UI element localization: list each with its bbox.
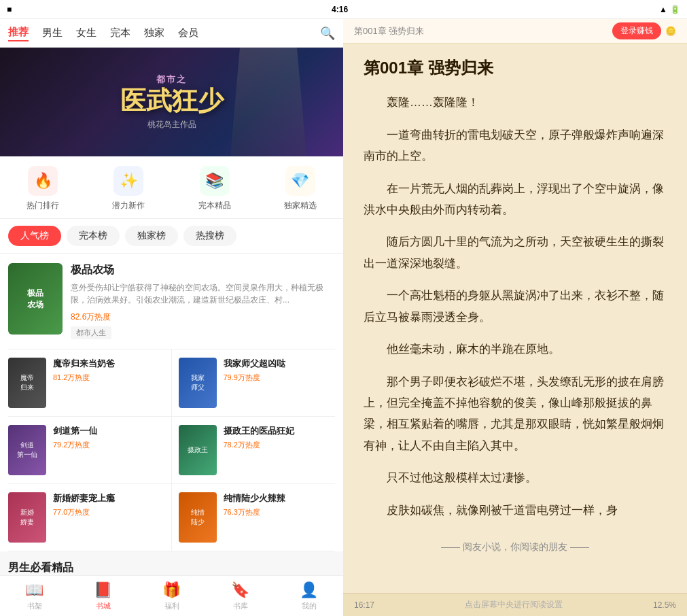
nav-tab-male[interactable]: 男生	[42, 25, 63, 41]
paragraph-4: 一个高壮魁梧的身躯从黑旋涡冲了出来，衣衫不整，随后立马被暴雨浸透全身。	[364, 285, 667, 328]
bottom-nav-mine-label: 我的	[302, 601, 317, 611]
small-book-title-2: 我家师父超凶哒	[224, 358, 336, 370]
chapter-divider: —— 阅友小说，你阅读的朋友 ——	[364, 534, 667, 560]
small-book-info-2: 我家师父超凶哒 79.9万热度	[224, 358, 336, 408]
quick-icon-hot[interactable]: 🔥 热门排行	[0, 166, 86, 211]
quick-icon-exclusive-label: 独家精选	[284, 200, 317, 211]
main-content: 推荐 男生 女生 完本 独家 会员 🔍 都市之 医武狂少 桃花岛主作品	[0, 19, 687, 616]
paragraph-6: 那个男子即便衣衫破烂不堪，头发缭乱无形的披在肩膀上，但完全掩盖不掉他容貌的俊美，…	[364, 371, 667, 457]
small-book-heat-1: 81.2万热度	[53, 373, 164, 383]
bottom-nav: 📖 书架 📕 书城 🎁 福利 🔖 书库 👤 我的	[0, 575, 343, 616]
reader-chapter-ref: 第001章 强势归来	[354, 25, 424, 37]
section-header-male: 男生必看精品	[0, 551, 343, 575]
small-book-2[interactable]: 我家师父 我家师父超凶哒 79.9万热度	[172, 349, 336, 417]
banner-author: 桃花岛主作品	[120, 119, 224, 131]
small-book-heat-5: 77.0万热度	[53, 507, 164, 517]
bookshelf-icon: 📖	[25, 581, 43, 599]
battery-icon: 🔋	[670, 5, 680, 14]
small-book-heat-2: 79.9万热度	[224, 373, 336, 383]
bookstore-icon: 📕	[94, 581, 112, 599]
paragraph-3: 随后方圆几十里的气流为之所动，天空被硬生生的撕裂出一道深深地裂缝。	[364, 231, 667, 274]
small-book-info-3: 剑道第一仙 79.2万热度	[53, 425, 164, 475]
nav-tab-female[interactable]: 女生	[76, 25, 96, 41]
wifi-icon: ▲	[659, 5, 667, 14]
rank-tab-popular[interactable]: 人气榜	[8, 226, 61, 246]
featured-book-heat: 82.6万热度	[71, 311, 335, 323]
reader-footer: 16:17 点击屏幕中央进行阅读设置 12.5%	[343, 593, 687, 616]
small-book-cover-6: 纯情陆少	[179, 492, 217, 543]
featured-book-title: 极品农场	[71, 263, 335, 277]
quick-icon-new[interactable]: ✨ 潜力新作	[86, 166, 171, 211]
quick-icon-complete[interactable]: 📚 完本精品	[172, 166, 258, 211]
small-book-info-6: 纯情陆少火辣辣 76.3万热度	[224, 492, 336, 543]
featured-book-cover: 极品农场	[8, 263, 63, 335]
paragraph-7: 只不过他这般模样太过凄惨。	[364, 467, 667, 488]
small-book-5[interactable]: 新婚娇妻 新婚娇妻宠上瘾 77.0万热度	[8, 484, 172, 551]
status-time: 4:16	[332, 5, 348, 14]
left-panel-bookstore: 推荐 男生 女生 完本 独家 会员 🔍 都市之 医武狂少 桃花岛主作品	[0, 19, 343, 616]
bottom-nav-library[interactable]: 🔖 书库	[206, 576, 275, 616]
small-book-info-1: 魔帝归来当奶爸 81.2万热度	[53, 358, 164, 408]
quick-icon-new-label: 潜力新作	[112, 200, 145, 211]
signal-icon: ■	[7, 5, 20, 14]
reader-footer-hint: 点击屏幕中央进行阅读设置	[465, 599, 563, 611]
welfare-icon: 🎁	[162, 581, 181, 599]
bottom-nav-welfare[interactable]: 🎁 福利	[137, 576, 206, 616]
small-book-3[interactable]: 剑道第一仙 剑道第一仙 79.2万热度	[8, 417, 172, 484]
small-book-4[interactable]: 摄政王 摄政王的医品狂妃 78.2万热度	[172, 417, 336, 484]
hot-icon: 🔥	[28, 166, 58, 196]
status-bar: ■ 4:16 ▲ 🔋	[0, 0, 687, 19]
small-book-1[interactable]: 魔帝归来 魔帝归来当奶爸 81.2万热度	[8, 349, 172, 417]
reader-header: 第001章 强势归来 登录赚钱 🪙	[343, 19, 687, 44]
small-book-heat-3: 79.2万热度	[53, 440, 164, 450]
bottom-nav-bookstore-label: 书城	[96, 601, 111, 611]
small-book-title-1: 魔帝归来当奶爸	[53, 358, 164, 370]
reader-header-right: 登录赚钱 🪙	[612, 22, 676, 39]
featured-book-info: 极品农场 意外受伤却让宁皓获得了神秘的空间农场。空间灵泉作用大，种植无极限，治病…	[71, 263, 335, 339]
small-book-title-4: 摄政王的医品狂妃	[224, 425, 336, 437]
featured-book-section: 极品农场 极品农场 意外受伤却让宁皓获得了神秘的空间农场。空间灵泉作用大，种植无…	[0, 254, 343, 551]
nav-tab-recommend[interactable]: 推荐	[8, 24, 29, 41]
chapter-title: 第001章 强势归来	[364, 57, 667, 78]
new-icon: ✨	[113, 166, 143, 196]
banner-subtitle-top: 都市之	[120, 73, 224, 86]
bottom-nav-mine[interactable]: 👤 我的	[275, 576, 343, 616]
main-banner[interactable]: 都市之 医武狂少 桃花岛主作品	[0, 48, 343, 156]
small-book-title-3: 剑道第一仙	[53, 425, 164, 437]
rank-tab-complete[interactable]: 完本榜	[67, 226, 120, 246]
bottom-nav-bookshelf-label: 书架	[27, 601, 42, 611]
complete-icon: 📚	[200, 166, 230, 196]
featured-book[interactable]: 极品农场 极品农场 意外受伤却让宁皓获得了神秘的空间农场。空间灵泉作用大，种植无…	[8, 254, 335, 349]
quick-icon-exclusive[interactable]: 💎 独家精选	[258, 166, 343, 211]
nav-tab-complete[interactable]: 完本	[110, 25, 130, 41]
exclusive-icon: 💎	[285, 166, 315, 196]
status-right: ▲ 🔋	[659, 5, 680, 14]
nav-tabs: 推荐 男生 女生 完本 独家 会员 🔍	[0, 19, 343, 48]
small-book-title-5: 新婚娇妻宠上瘾	[53, 492, 164, 504]
small-book-cover-2: 我家师父	[179, 358, 217, 408]
paragraph-8: 皮肤如碳焦，就像刚被千道雷电劈过一样，身	[364, 500, 667, 521]
bottom-nav-welfare-label: 福利	[164, 601, 179, 611]
paragraph-5: 他丝毫未动，麻木的半跪在原地。	[364, 339, 667, 360]
small-book-heat-4: 78.2万热度	[224, 440, 336, 450]
paragraph-0: 轰隆……轰隆隆！	[364, 92, 667, 113]
reader-content[interactable]: 第001章 强势归来 轰隆……轰隆隆！ 一道弯曲转折的雷电划破天空，原子弹般爆炸…	[343, 44, 687, 593]
library-icon: 🔖	[231, 581, 249, 599]
ranking-tabs: 人气榜 完本榜 独家榜 热搜榜	[0, 219, 343, 254]
coin-icon: 🪙	[665, 26, 676, 36]
small-book-cover-1: 魔帝归来	[8, 358, 46, 408]
featured-book-tag: 都市人生	[71, 326, 111, 339]
nav-tab-exclusive[interactable]: 独家	[144, 25, 164, 41]
nav-tab-vip[interactable]: 会员	[178, 25, 198, 41]
paragraph-2: 在一片荒无人烟的乱葬岗上，浮现出了个空中旋涡，像洪水中央般由外而内转动着。	[364, 178, 667, 221]
search-icon[interactable]: 🔍	[320, 26, 335, 41]
left-scroll-area: 都市之 医武狂少 桃花岛主作品 🔥 热门排行 ✨ 潜力新作 📚 完本精品	[0, 48, 343, 575]
bottom-nav-bookstore[interactable]: 📕 书城	[69, 576, 137, 616]
rank-tab-hotsearch[interactable]: 热搜榜	[183, 226, 236, 246]
rank-tab-exclusive[interactable]: 独家榜	[125, 226, 178, 246]
small-book-6[interactable]: 纯情陆少 纯情陆少火辣辣 76.3万热度	[172, 484, 336, 551]
small-book-info-4: 摄政王的医品狂妃 78.2万热度	[224, 425, 336, 475]
login-earn-button[interactable]: 登录赚钱	[612, 22, 661, 39]
bottom-nav-bookshelf[interactable]: 📖 书架	[0, 576, 69, 616]
right-panel-reader: 第001章 强势归来 登录赚钱 🪙 第001章 强势归来 轰隆……轰隆隆！ 一道…	[343, 19, 687, 616]
